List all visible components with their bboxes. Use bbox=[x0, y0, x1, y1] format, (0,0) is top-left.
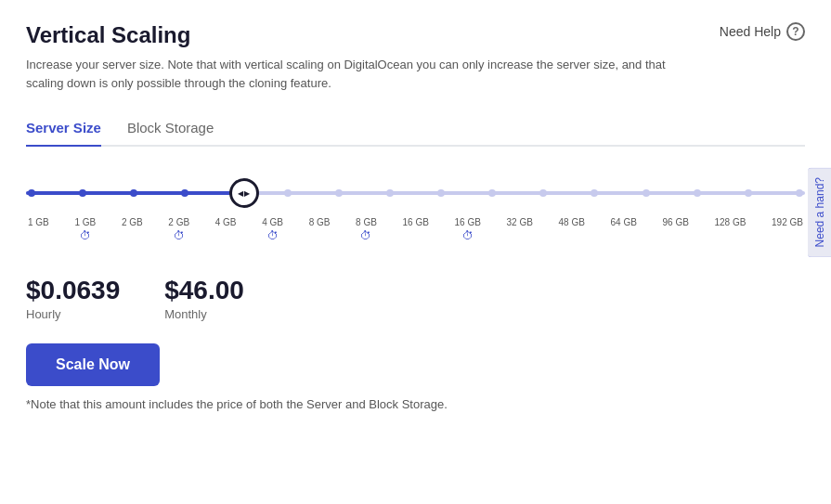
monthly-price-group: $46.00 Monthly bbox=[164, 276, 244, 321]
dot-2 bbox=[79, 189, 86, 197]
clock-icon-1: ⏱ bbox=[80, 229, 91, 242]
slider-section: 1 GB 1 GB ⏱ 2 GB 2 GB ⏱ 4 GB 4 GB ⏱ 8 GB… bbox=[26, 174, 805, 242]
clock-icon-3: ⏱ bbox=[267, 229, 279, 242]
label-4gb-2: 4 GB ⏱ bbox=[262, 217, 283, 242]
dot-7 bbox=[335, 189, 343, 197]
need-help-link[interactable]: Need Help ? bbox=[720, 22, 805, 41]
need-help-label: Need Help bbox=[720, 24, 781, 39]
hourly-price-group: $0.0639 Hourly bbox=[26, 276, 120, 321]
page-title: Vertical Scaling bbox=[26, 22, 190, 48]
dot-6 bbox=[284, 189, 292, 197]
dot-16 bbox=[796, 189, 803, 197]
dot-12 bbox=[591, 189, 598, 197]
dot-1 bbox=[28, 189, 35, 197]
label-32gb: 32 GB bbox=[507, 217, 533, 242]
dot-8 bbox=[386, 189, 394, 197]
slider-track-container[interactable] bbox=[26, 174, 805, 212]
label-128gb: 128 GB bbox=[715, 217, 747, 242]
tab-server-size[interactable]: Server Size bbox=[26, 110, 101, 145]
dot-11 bbox=[539, 189, 547, 197]
slider-labels: 1 GB 1 GB ⏱ 2 GB 2 GB ⏱ 4 GB 4 GB ⏱ 8 GB… bbox=[26, 217, 805, 242]
label-192gb: 192 GB bbox=[772, 217, 803, 242]
slider-thumb[interactable] bbox=[229, 178, 259, 208]
clock-icon-2: ⏱ bbox=[174, 229, 185, 242]
scale-now-button[interactable]: Scale Now bbox=[26, 343, 160, 386]
label-64gb: 64 GB bbox=[611, 217, 637, 242]
dot-10 bbox=[488, 189, 496, 197]
dot-15 bbox=[745, 189, 752, 197]
help-icon: ? bbox=[786, 22, 805, 41]
tab-block-storage[interactable]: Block Storage bbox=[127, 110, 214, 145]
label-4gb-1: 4 GB bbox=[215, 217, 237, 242]
label-1gb-2: 1 GB ⏱ bbox=[74, 217, 96, 242]
slider-track bbox=[26, 191, 805, 195]
label-1gb-1: 1 GB bbox=[28, 217, 49, 242]
pricing-section: $0.0639 Hourly $46.00 Monthly bbox=[26, 276, 805, 321]
dot-3 bbox=[130, 189, 137, 197]
label-48gb: 48 GB bbox=[559, 217, 585, 242]
side-help-tab[interactable]: Need a hand? bbox=[808, 167, 831, 257]
label-2gb-1: 2 GB bbox=[122, 217, 143, 242]
label-16gb-2: 16 GB ⏱ bbox=[455, 217, 481, 242]
monthly-price-value: $46.00 bbox=[164, 276, 244, 305]
label-8gb-2: 8 GB ⏱ bbox=[356, 217, 377, 242]
monthly-price-label: Monthly bbox=[164, 307, 244, 321]
dot-14 bbox=[694, 189, 701, 197]
label-8gb-1: 8 GB bbox=[309, 217, 331, 242]
label-2gb-2: 2 GB ⏱ bbox=[168, 217, 189, 242]
page-header: Vertical Scaling Need Help ? bbox=[26, 22, 805, 48]
dot-4 bbox=[181, 189, 188, 197]
label-96gb: 96 GB bbox=[663, 217, 689, 242]
clock-icon-4: ⏱ bbox=[360, 229, 371, 242]
footnote-text: *Note that this amount includes the pric… bbox=[26, 397, 805, 411]
dot-13 bbox=[643, 189, 650, 197]
label-16gb-1: 16 GB bbox=[403, 217, 429, 242]
dot-9 bbox=[437, 189, 445, 197]
clock-icon-5: ⏱ bbox=[462, 229, 474, 242]
tabs-container: Server Size Block Storage bbox=[26, 110, 805, 147]
hourly-price-value: $0.0639 bbox=[26, 276, 120, 305]
hourly-price-label: Hourly bbox=[26, 307, 120, 321]
description-text: Increase your server size. Note that wit… bbox=[26, 56, 695, 92]
